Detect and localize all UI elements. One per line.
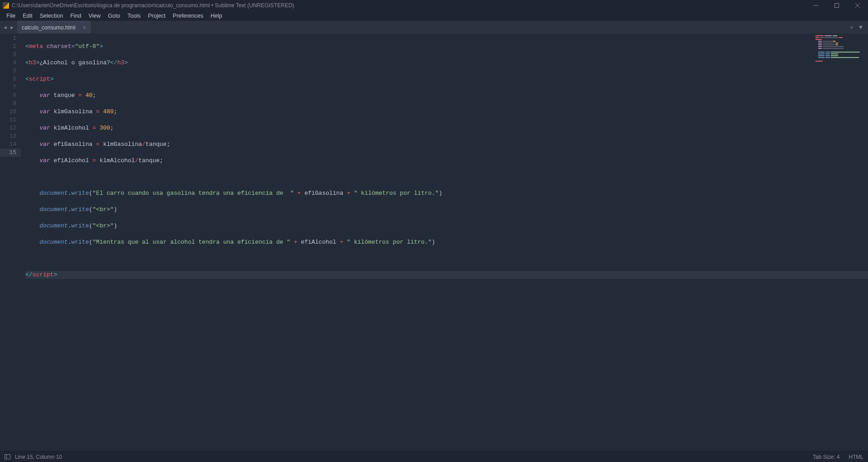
nav-forward-button[interactable]: ► — [9, 21, 15, 34]
titlebar: C:\Users\dante\OneDrive\Escritorio\logic… — [0, 0, 868, 11]
svg-rect-1 — [835, 4, 839, 8]
menu-view[interactable]: View — [85, 11, 104, 20]
menu-tools[interactable]: Tools — [124, 11, 144, 20]
menu-goto[interactable]: Goto — [104, 11, 124, 20]
cursor-position[interactable]: Line 15, Column 10 — [15, 454, 62, 460]
indent-status[interactable]: Tab Size: 4 — [813, 454, 839, 460]
menu-project[interactable]: Project — [144, 11, 169, 20]
menu-find[interactable]: Find — [67, 11, 85, 20]
editor[interactable]: 123456789101112131415 <meta charset="utf… — [0, 34, 868, 451]
sublime-logo-icon — [3, 2, 9, 9]
file-tab[interactable]: calculo_consumo.html × — [17, 21, 91, 34]
tab-dropdown-icon[interactable]: ▼ — [856, 24, 865, 30]
nav-back-button[interactable]: ◄ — [2, 21, 9, 34]
menu-file[interactable]: File — [3, 11, 19, 20]
menu-selection[interactable]: Selection — [36, 11, 67, 20]
minimap[interactable] — [815, 35, 865, 63]
menu-preferences[interactable]: Preferences — [169, 11, 207, 20]
syntax-status[interactable]: HTML — [849, 454, 863, 460]
minimize-button[interactable] — [806, 0, 826, 11]
statusbar: Line 15, Column 10 Tab Size: 4 HTML — [0, 451, 868, 462]
menu-help[interactable]: Help — [207, 11, 226, 20]
tab-label: calculo_consumo.html — [22, 24, 76, 31]
code-area[interactable]: <meta charset="utf-8"> <h3>¿Alcohol o ga… — [21, 34, 868, 451]
menubar: File Edit Selection Find View Goto Tools… — [0, 11, 868, 21]
sidebar-toggle-icon[interactable] — [5, 454, 10, 459]
maximize-button[interactable] — [826, 0, 847, 11]
tab-close-icon[interactable]: × — [83, 24, 86, 31]
close-button[interactable] — [847, 0, 868, 11]
new-tab-button[interactable]: ＋ — [847, 24, 856, 31]
tabbar: ◄ ► calculo_consumo.html × ＋ ▼ — [0, 21, 868, 34]
menu-edit[interactable]: Edit — [19, 11, 36, 20]
titlebar-path: C:\Users\dante\OneDrive\Escritorio\logic… — [12, 2, 294, 9]
window-controls — [806, 0, 868, 11]
line-number-gutter: 123456789101112131415 — [0, 34, 21, 451]
